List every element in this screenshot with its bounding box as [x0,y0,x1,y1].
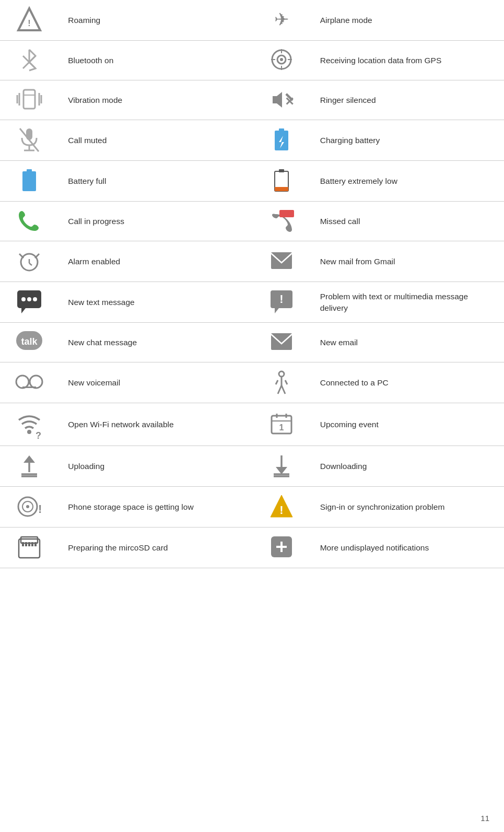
label-right-2: Ringer silenced [311,80,504,120]
table-row: Call in progress Missed call [0,202,504,241]
svg-marker-48 [275,308,279,313]
label-right-4: Battery extremely low [311,161,504,202]
svg-text:✈: ✈ [274,9,289,29]
icon-left-call-progress [0,202,58,241]
table-row: New text message ! Problem with text or … [0,282,504,323]
icon-left-vibration [0,80,58,120]
label-right-3: Charging battery [311,120,504,161]
svg-line-57 [276,380,278,384]
table-row: Bluetooth on Receiving location data fro… [0,41,504,80]
label-right-6: New mail from Gmail [311,241,504,282]
label-right-9: Connected to a PC [311,362,504,403]
svg-rect-51 [271,333,292,350]
table-row: Call muted Charging battery [0,120,504,161]
icon-right-sync-problem: ! [252,487,310,528]
table-row: talk New chat message New email [0,323,504,362]
icon-left-battery-full [0,161,58,202]
table-row: Battery full Battery extremely low [0,161,504,202]
icon-right-charging [252,120,310,161]
table-row: ! Roaming ✈ Airplane mode [0,0,504,41]
label-right-0: Airplane mode [311,0,504,41]
icon-right-more-notifications [252,528,310,568]
status-icons-table: ! Roaming ✈ Airplane mode Bluetooth on R… [0,0,504,568]
label-left-7: New text message [58,282,252,323]
svg-rect-54 [22,386,36,388]
icon-left-call-muted [0,120,58,161]
svg-text:1: 1 [279,423,284,432]
label-right-1: Receiving location data from GPS [311,41,504,80]
icon-right-gmail [252,241,310,282]
svg-point-61 [27,430,31,434]
icon-right-missed-call [252,202,310,241]
label-left-5: Call in progress [58,202,252,241]
svg-rect-82 [19,539,40,558]
svg-point-42 [21,297,26,301]
svg-rect-86 [28,542,30,546]
icon-left-storage-low: ! [0,487,58,528]
icon-left-uploading [0,446,58,487]
icon-right-airplane: ✈ [252,0,310,41]
label-right-10: Upcoming event [311,403,504,446]
svg-rect-85 [25,542,27,546]
svg-rect-12 [24,90,35,109]
svg-marker-69 [24,455,35,463]
label-right-12: Sign-in or synchronization problem [311,487,504,528]
label-right-8: New email [311,323,504,362]
label-left-13: Preparing the mircoSD card [58,528,252,568]
label-right-13: More undisplayed notifications [311,528,504,568]
icon-right-new-email [252,323,310,362]
icon-left-wifi-open: ? [0,403,58,446]
svg-point-44 [33,297,37,301]
svg-point-55 [279,371,284,377]
label-left-11: Uploading [58,446,252,487]
svg-rect-88 [34,542,37,546]
icon-right-gps [252,41,310,80]
label-right-5: Missed call [311,202,504,241]
svg-rect-34 [279,210,294,217]
svg-text:!: ! [38,502,42,515]
svg-point-53 [30,376,42,388]
svg-rect-33 [275,187,288,191]
page-number: 11 [480,814,489,823]
label-left-10: Open Wi-Fi network available [58,403,252,446]
icon-right-downloading [252,446,310,487]
label-left-9: New voicemail [58,362,252,403]
label-left-8: New chat message [58,323,252,362]
icon-right-battery-low [252,161,310,202]
icon-left-roaming: ! [0,0,58,41]
svg-text:!: ! [28,19,30,28]
icon-left-voicemail [0,362,58,403]
label-right-11: Downloading [311,446,504,487]
icon-left-text-message [0,282,58,323]
table-row: Preparing the mircoSD card More undispla… [0,528,504,568]
svg-point-52 [16,376,29,388]
table-row: Uploading Downloading [0,446,504,487]
svg-rect-32 [279,169,284,172]
label-left-12: Phone storage space is getting low [58,487,252,528]
table-row: ? Open Wi-Fi network available 1 Upcomin… [0,403,504,446]
label-left-1: Bluetooth on [58,41,252,80]
svg-marker-45 [21,308,26,313]
label-left-6: Alarm enabled [58,241,252,282]
svg-point-7 [280,58,283,61]
svg-rect-27 [279,128,284,132]
icon-left-bluetooth [0,41,58,80]
table-row: New voicemail Connected to a PC [0,362,504,403]
icon-right-pc-connected [252,362,310,403]
svg-marker-73 [276,467,287,474]
icon-left-microsd [0,528,58,568]
icon-right-upcoming-event: 1 [252,403,310,446]
svg-line-37 [29,263,32,265]
svg-point-43 [27,297,31,301]
icon-left-chat-message: talk [0,323,58,362]
table-row: ! Phone storage space is getting low ! S… [0,487,504,528]
label-left-4: Battery full [58,161,252,202]
svg-text:!: ! [279,292,283,306]
label-left-2: Vibration mode [58,80,252,120]
icon-right-ringer-silenced: ✕ [252,80,310,120]
svg-rect-29 [22,171,36,191]
label-left-0: Roaming [58,0,252,41]
svg-line-58 [285,380,287,384]
svg-text:!: ! [279,503,283,517]
label-left-3: Call muted [58,120,252,161]
